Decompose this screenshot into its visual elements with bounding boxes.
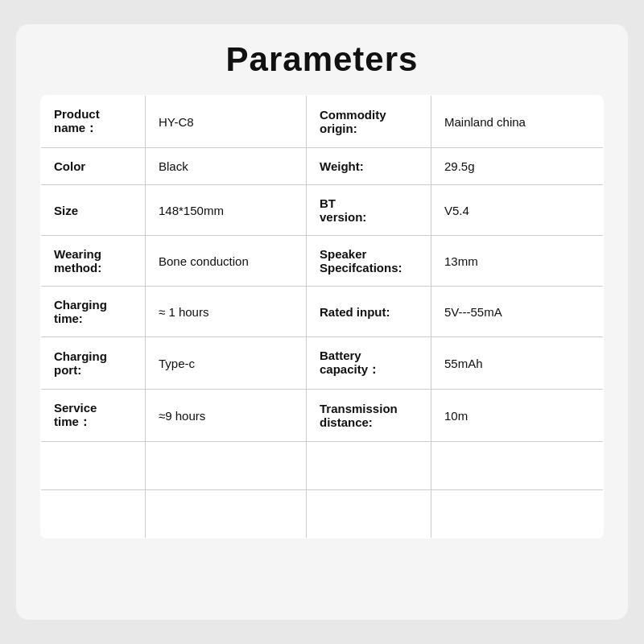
value-left-0: HY-C8 bbox=[146, 96, 307, 148]
label-right-1: Weight: bbox=[307, 148, 431, 185]
label-left-0: Product name： bbox=[41, 96, 146, 148]
page-container: Parameters Product name：HY-C8Commodity o… bbox=[16, 24, 628, 620]
value-left-3: Bone conduction bbox=[146, 236, 307, 287]
value-left-1: Black bbox=[146, 148, 307, 185]
table-row: Charging time:≈ 1 hoursRated input:5V---… bbox=[41, 287, 604, 337]
label-right-5: Battery capacity： bbox=[307, 337, 431, 390]
label-left-4: Charging time: bbox=[41, 287, 146, 337]
params-table: Product name：HY-C8Commodity origin:Mainl… bbox=[40, 95, 604, 539]
value-left-5: Type-c bbox=[146, 337, 307, 390]
value-left-2: 148*150mm bbox=[146, 185, 307, 236]
label-right-6: Transmission distance: bbox=[307, 390, 431, 442]
value-right-1: 29.5g bbox=[431, 148, 604, 185]
value-right-7 bbox=[431, 442, 604, 490]
label-right-7 bbox=[307, 442, 431, 490]
label-left-8 bbox=[41, 490, 146, 539]
label-left-7 bbox=[41, 442, 146, 490]
value-left-6: ≈9 hours bbox=[146, 390, 307, 442]
label-right-3: Speaker Specifcations: bbox=[307, 236, 431, 287]
table-row bbox=[41, 490, 604, 539]
label-right-2: BT version: bbox=[307, 185, 431, 236]
table-row: ColorBlackWeight:29.5g bbox=[41, 148, 604, 185]
value-left-7 bbox=[146, 442, 307, 490]
table-row bbox=[41, 442, 604, 490]
value-left-8 bbox=[146, 490, 307, 539]
page-title: Parameters bbox=[226, 40, 419, 79]
label-left-5: Charging port: bbox=[41, 337, 146, 390]
value-right-4: 5V---55mA bbox=[431, 287, 604, 337]
label-left-2: Size bbox=[41, 185, 146, 236]
label-right-0: Commodity origin: bbox=[307, 96, 431, 148]
table-row: Size148*150mmBT version:V5.4 bbox=[41, 185, 604, 236]
table-row: Wearing method:Bone conductionSpeaker Sp… bbox=[41, 236, 604, 287]
value-right-0: Mainland china bbox=[431, 96, 604, 148]
label-left-1: Color bbox=[41, 148, 146, 185]
label-right-4: Rated input: bbox=[307, 287, 431, 337]
value-right-5: 55mAh bbox=[431, 337, 604, 390]
value-right-3: 13mm bbox=[431, 236, 604, 287]
table-row: Service time：≈9 hoursTransmission distan… bbox=[41, 390, 604, 442]
label-right-8 bbox=[307, 490, 431, 539]
value-left-4: ≈ 1 hours bbox=[146, 287, 307, 337]
label-left-6: Service time： bbox=[41, 390, 146, 442]
value-right-8 bbox=[431, 490, 604, 539]
table-row: Product name：HY-C8Commodity origin:Mainl… bbox=[41, 96, 604, 148]
table-row: Charging port:Type-cBattery capacity：55m… bbox=[41, 337, 604, 390]
value-right-6: 10m bbox=[431, 390, 604, 442]
label-left-3: Wearing method: bbox=[41, 236, 146, 287]
value-right-2: V5.4 bbox=[431, 185, 604, 236]
